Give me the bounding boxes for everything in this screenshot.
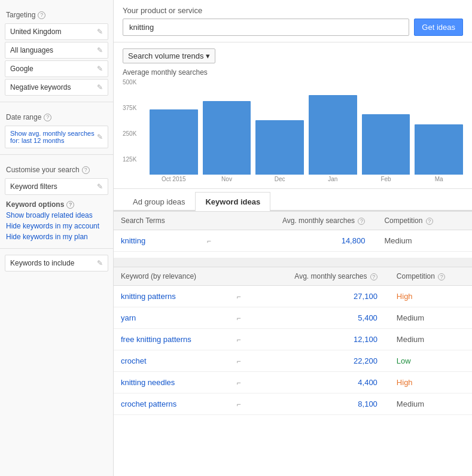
location-edit-icon[interactable]: ✎	[97, 28, 103, 36]
competition-cell-3: Low	[385, 350, 472, 372]
chart-dropdown[interactable]: Search volume trends ▾	[123, 48, 215, 63]
sidebar-item-network[interactable]: Google ✎	[5, 60, 108, 77]
table-row: knitting patterns ⌐ 27,100 High	[114, 286, 472, 307]
search-input[interactable]	[123, 19, 409, 36]
volume-cell-0: 27,100	[259, 286, 384, 307]
trend-cell-5: ⌐	[229, 393, 259, 415]
language-edit-icon[interactable]: ✎	[97, 46, 103, 54]
keyword-cell-2: free knitting patterns	[114, 329, 229, 350]
bar-oct-fill	[150, 109, 198, 175]
keyword-link-4[interactable]: knitting needles	[121, 378, 175, 387]
competition-value-1: Medium	[397, 313, 424, 322]
competition-st-help-icon[interactable]: ?	[426, 218, 433, 225]
keywords-include-edit-icon[interactable]: ✎	[97, 259, 103, 267]
date-range-edit-icon[interactable]: ✎	[97, 133, 103, 141]
col-trend-spacer	[200, 212, 230, 230]
trend-cell-knitting: ⌐	[200, 230, 230, 252]
keyword-link-5[interactable]: crochet patterns	[121, 399, 176, 408]
sidebar-item-negative-keywords[interactable]: Negative keywords ✎	[5, 79, 108, 96]
sidebar: Targeting ? United Kingdom ✎ All languag…	[0, 0, 114, 476]
negative-keywords-edit-icon[interactable]: ✎	[97, 83, 103, 91]
customise-help-icon[interactable]: ?	[82, 166, 90, 174]
language-label: All languages	[10, 46, 53, 54]
customise-section-title: Customise your search ?	[0, 161, 113, 176]
trend-icon-knitting: ⌐	[207, 237, 211, 245]
avg-monthly-header: Avg. monthly searches	[282, 216, 355, 225]
tab-keyword-ideas-label: Keyword ideas	[205, 197, 260, 206]
competition-cell-5: Medium	[385, 393, 472, 415]
x-label-mar: Ma	[415, 176, 463, 182]
competition-cell-2: Medium	[385, 329, 472, 350]
keyword-relevance-header: Keyword (by relevance)	[121, 272, 196, 280]
competition-value-2: Medium	[397, 335, 424, 344]
keyword-link-1[interactable]: yarn	[121, 313, 136, 322]
network-edit-icon[interactable]: ✎	[97, 65, 103, 73]
hide-keywords-account-link[interactable]: Hide keywords in my account	[0, 221, 113, 231]
keyword-cell-4: knitting needles	[114, 372, 229, 393]
search-terms-section: Search Terms Avg. monthly searches ? Com…	[114, 211, 472, 258]
keyword-filters-label: Keyword filters	[10, 182, 57, 191]
bar-nov	[203, 91, 251, 175]
competition-value-knitting: Medium	[384, 236, 412, 245]
trend-icon-4: ⌐	[236, 379, 240, 387]
main-header: Your product or service Get ideas	[114, 0, 472, 42]
volume-cell-5: 8,100	[259, 393, 384, 415]
targeting-label: Targeting	[6, 11, 35, 19]
sidebar-item-date-range[interactable]: Show avg. monthly searches for: last 12 …	[5, 126, 108, 148]
search-terms-table: Search Terms Avg. monthly searches ? Com…	[114, 211, 472, 252]
tab-keyword-ideas[interactable]: Keyword ideas	[195, 192, 270, 211]
keyword-link-knitting[interactable]: knitting	[121, 236, 145, 245]
get-ideas-button[interactable]: Get ideas	[414, 19, 463, 36]
bar-dec	[255, 91, 304, 175]
keyword-cell-3: crochet	[114, 350, 229, 372]
targeting-section-title: Targeting ?	[0, 6, 113, 22]
bar-feb	[362, 91, 410, 175]
tab-ad-group-label: Ad group ideas	[133, 197, 185, 206]
hide-keywords-plan-link[interactable]: Hide keywords in my plan	[0, 231, 113, 242]
divider-3	[0, 248, 113, 249]
targeting-help-icon[interactable]: ?	[38, 11, 45, 19]
trend-icon-3: ⌐	[236, 357, 240, 365]
tab-ad-group[interactable]: Ad group ideas	[123, 192, 195, 211]
competition-ki-help-icon[interactable]: ?	[438, 273, 445, 280]
chart-dropdown-label: Search volume trends	[128, 51, 203, 60]
divider-1	[0, 102, 113, 102]
avg-help-icon-2[interactable]: ?	[370, 273, 377, 280]
col-keyword-relevance: Keyword (by relevance)	[114, 267, 229, 286]
col-avg-monthly-2: Avg. monthly searches ?	[259, 267, 384, 286]
sidebar-item-keywords-include[interactable]: Keywords to include ✎	[5, 255, 108, 271]
negative-keywords-label: Negative keywords	[10, 83, 71, 91]
divider-2	[0, 154, 113, 155]
keyword-options-label: Keyword options	[6, 200, 64, 209]
sidebar-item-keyword-filters[interactable]: Keyword filters ✎	[5, 178, 108, 195]
sidebar-item-language[interactable]: All languages ✎	[5, 42, 108, 59]
keyword-link-0[interactable]: knitting patterns	[121, 292, 176, 301]
col-trend-spacer-2	[229, 267, 259, 286]
date-range-value: Show avg. monthly searches for: last 12 …	[10, 130, 97, 144]
avg-help-icon[interactable]: ?	[358, 218, 365, 225]
date-range-help-icon[interactable]: ?	[44, 114, 51, 121]
bar-jan	[309, 91, 357, 175]
keyword-link-2[interactable]: free knitting patterns	[121, 335, 191, 344]
competition-cell-knitting: Medium	[372, 230, 472, 252]
volume-cell-2: 12,100	[259, 329, 384, 350]
customise-label: Customise your search	[6, 166, 80, 174]
competition-ki-header: Competition	[397, 272, 435, 280]
keyword-filters-edit-icon[interactable]: ✎	[97, 182, 103, 191]
x-label-oct: Oct 2015	[150, 176, 198, 182]
x-label-feb: Feb	[362, 176, 410, 182]
show-broadly-related-link[interactable]: Show broadly related ideas	[0, 210, 113, 221]
col-competition-ki: Competition ?	[385, 267, 472, 286]
volume-cell-1: 5,400	[259, 307, 384, 329]
keyword-link-3[interactable]: crochet	[121, 356, 147, 365]
keyword-cell-0: knitting patterns	[114, 286, 229, 307]
y-label-250k: 250K	[123, 130, 136, 137]
bar-oct	[150, 91, 198, 175]
x-label-jan: Jan	[309, 176, 357, 182]
sidebar-item-location[interactable]: United Kingdom ✎	[5, 23, 108, 40]
bar-mar-fill	[415, 124, 463, 175]
chart-container: Search volume trends ▾ Average monthly s…	[114, 42, 472, 189]
competition-value-5: Medium	[397, 399, 424, 408]
bars-wrapper	[150, 91, 463, 175]
keyword-options-help-icon[interactable]: ?	[66, 201, 74, 209]
